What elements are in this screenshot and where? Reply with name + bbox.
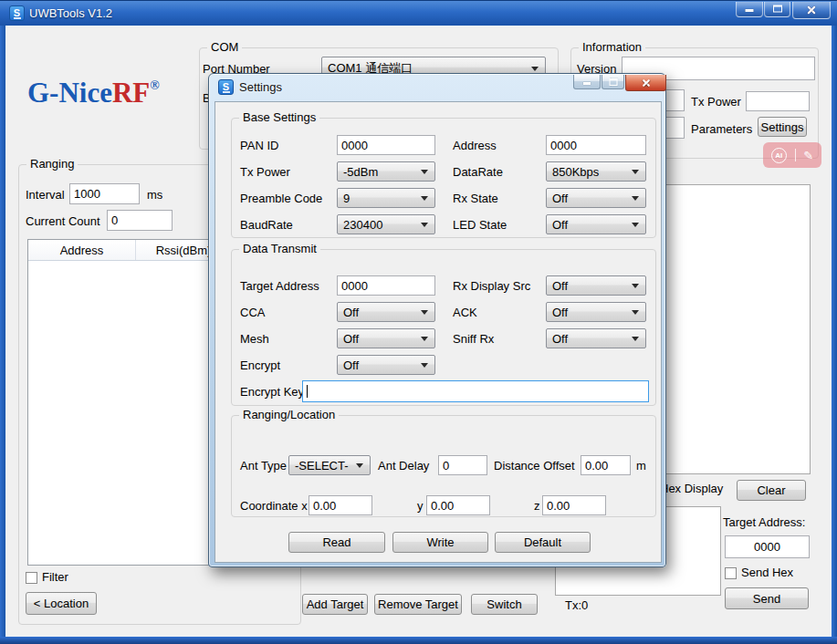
mesh-value: Off [343,332,359,346]
chevron-down-icon [531,67,539,71]
pan-id-label: PAN ID [240,139,278,152]
title-bar: S UWBTools V1.2 [0,0,837,26]
datarate-select[interactable]: 850Kbps [546,161,646,182]
encrypt-select[interactable]: Off [337,355,435,375]
coordinate-z-label: z [534,499,540,513]
address-field[interactable] [546,135,646,155]
switch-label: Switch [487,597,521,611]
chevron-down-icon [421,223,428,227]
logo-text-blue: G-Nice [27,77,112,109]
watermark-divider [795,149,796,161]
baudrate-label: BaudRate [240,218,293,232]
rx-display-src-select[interactable]: Off [546,275,646,296]
minimize-icon [746,9,754,12]
ai-watermark-icon: AI [771,148,787,163]
current-count-field[interactable] [107,210,173,231]
app-icon: S [9,5,25,21]
tx-power-value: -5dBm [343,165,378,179]
send-hex-checkbox[interactable] [725,567,737,579]
tx-counter: Tx:0 [565,598,588,612]
filter-checkbox[interactable] [26,572,37,584]
clear-button[interactable]: Clear [737,480,806,501]
ranging-group-title: Ranging [26,157,78,171]
app-window: S UWBTools V1.2 G-NiceRF® COM Port Numbe… [0,0,837,644]
rx-display-src-label: Rx Display Src [453,279,530,293]
dialog-minimize-button[interactable] [573,75,601,89]
com-group-title: COM [207,40,242,54]
parameters-label: Parameters [691,122,752,136]
send-button[interactable]: Send [725,587,809,609]
preamble-code-value: 9 [343,192,350,205]
sniff-rx-select[interactable]: Off [546,328,646,348]
address-label: Address [453,139,497,152]
coordinate-y-field[interactable] [426,495,490,515]
preamble-code-select[interactable]: 9 [337,188,435,208]
tx-power-select[interactable]: -5dBm [337,161,435,182]
text-caret [307,385,308,398]
minimize-button[interactable] [736,2,763,17]
sniff-rx-value: Off [552,332,568,346]
pan-id-field[interactable] [337,135,435,155]
maximize-button[interactable] [764,2,790,17]
cca-label: CCA [240,306,265,319]
baudrate-select[interactable]: 230400 [337,214,435,234]
ack-value: Off [552,306,568,319]
clear-button-label: Clear [757,483,785,497]
parameters-settings-label: Settings [761,120,804,134]
mesh-select[interactable]: Off [337,328,435,348]
ranging-location-title: Ranging/Location [239,408,339,421]
coordinate-z-field[interactable] [542,495,606,515]
led-state-label: LED State [453,218,507,232]
dialog-close-button[interactable] [625,75,666,91]
close-button[interactable] [792,2,831,19]
datarate-label: DataRate [453,165,503,179]
parameters-settings-button[interactable]: Settings [758,117,807,137]
coordinate-x-field[interactable] [309,495,372,515]
preamble-code-label: Preamble Code [240,192,322,205]
encrypt-key-field[interactable] [302,380,649,402]
default-button[interactable]: Default [495,532,591,553]
add-target-button[interactable]: Add Target [302,594,368,615]
ack-label: ACK [453,306,477,319]
write-button[interactable]: Write [392,532,488,553]
dialog-minimize-icon [583,82,591,85]
remove-target-label: Remove Target [378,597,458,611]
dialog-maximize-button[interactable] [602,75,624,89]
dialog-title: Settings [239,80,282,94]
chevron-down-icon [421,170,428,174]
brand-logo: G-NiceRF® [27,77,160,109]
read-button[interactable]: Read [288,532,385,553]
dlg-target-address-field[interactable] [337,275,435,296]
cca-select[interactable]: Off [337,302,435,322]
encrypt-value: Off [343,358,359,372]
write-button-label: Write [426,535,454,549]
interval-field[interactable] [69,183,140,204]
led-state-select[interactable]: Off [546,214,646,234]
column-header-address[interactable]: Address [28,240,136,260]
chevron-down-icon [632,284,639,288]
location-button[interactable]: < Location [26,592,97,615]
add-target-label: Add Target [307,597,364,611]
chevron-down-icon [421,337,428,341]
encrypt-key-label: Encrypt Key [240,385,304,399]
baudrate-value: 230400 [343,218,382,232]
chevron-down-icon [356,463,363,468]
chevron-down-icon [421,310,428,315]
rx-state-select[interactable]: Off [546,188,646,208]
info-tx-power-field[interactable] [746,91,810,111]
ant-delay-field[interactable] [438,455,487,475]
switch-button[interactable]: Switch [471,594,538,615]
remove-target-button[interactable]: Remove Target [374,594,462,615]
target-address-field[interactable] [725,535,810,558]
chevron-down-icon [421,196,428,201]
send-button-label: Send [753,592,780,606]
info-tx-power-label: Tx Power [691,95,741,109]
interval-label: Interval [26,188,65,202]
information-group-title: Information [579,40,645,54]
ack-select[interactable]: Off [546,302,646,322]
distance-offset-field[interactable] [581,455,631,475]
ant-type-select[interactable]: -SELECT- [288,455,371,475]
datarate-value: 850Kbps [552,165,599,179]
chevron-down-icon [632,170,639,174]
distance-unit-label: m [636,459,646,473]
